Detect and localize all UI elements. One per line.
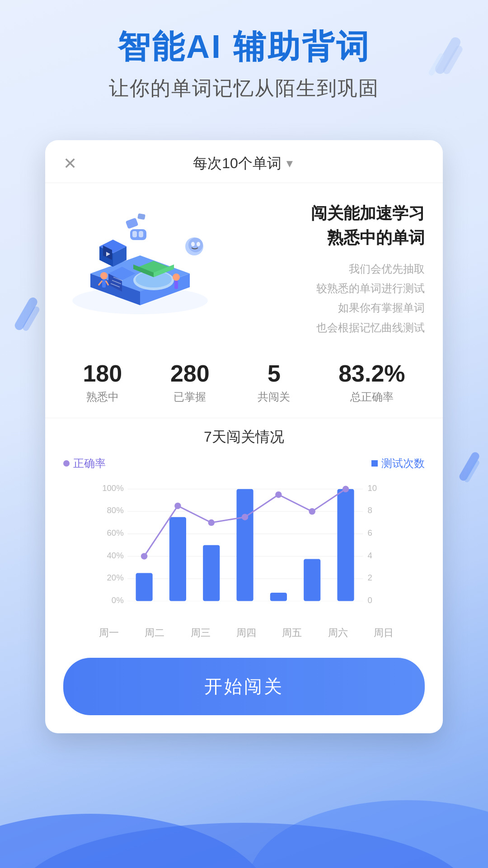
svg-rect-68 — [304, 559, 320, 601]
svg-point-37 — [188, 238, 203, 252]
x-label-sat: 周六 — [315, 626, 361, 640]
svg-point-72 — [208, 519, 215, 526]
svg-rect-31 — [102, 279, 106, 288]
x-label-fri: 周五 — [269, 626, 315, 640]
stat-accuracy-value: 83.2% — [338, 360, 405, 387]
svg-rect-63 — [136, 573, 153, 601]
svg-rect-69 — [337, 489, 354, 601]
card-selector-label[interactable]: 每次10个单词 — [193, 154, 282, 174]
svg-point-30 — [100, 272, 108, 279]
stat-accuracy-label: 总正确率 — [338, 390, 405, 404]
hero-text: 闯关能加速学习 熟悉中的单词 我们会优先抽取 较熟悉的单词进行测试 如果你有掌握… — [217, 197, 425, 337]
start-button[interactable]: 开始闯关 — [63, 658, 425, 715]
chart-legend: 正确率 测试次数 — [59, 456, 429, 471]
chart-title: 7天闯关情况 — [59, 427, 429, 447]
svg-point-75 — [309, 508, 315, 514]
svg-rect-41 — [132, 231, 137, 237]
stat-familiar-label: 熟悉中 — [83, 390, 122, 404]
svg-rect-44 — [137, 213, 145, 220]
svg-rect-67 — [270, 593, 287, 601]
stats-row: 180 熟悉中 280 已掌握 5 共闯关 83.2% 总正确率 — [45, 351, 443, 418]
svg-point-76 — [343, 486, 349, 492]
svg-text:40%: 40% — [107, 550, 123, 560]
svg-point-74 — [275, 491, 282, 498]
x-label-sun: 周日 — [361, 626, 407, 640]
svg-text:60%: 60% — [107, 528, 123, 538]
main-card: ✕ 每次10个单词 ▼ — [45, 140, 443, 733]
svg-rect-35 — [174, 281, 178, 289]
stat-mastered: 280 已掌握 — [170, 360, 210, 404]
legend-accuracy-dot — [63, 460, 70, 467]
x-label-wed: 周三 — [178, 626, 223, 640]
svg-text:20%: 20% — [107, 573, 123, 582]
sub-title: 让你的单词记忆从陌生到巩固 — [27, 75, 461, 102]
svg-point-38 — [191, 242, 195, 246]
svg-rect-3 — [13, 296, 39, 331]
svg-text:80%: 80% — [107, 505, 123, 515]
svg-rect-4 — [22, 305, 41, 332]
close-button[interactable]: ✕ — [63, 154, 77, 173]
svg-point-34 — [173, 274, 180, 281]
chart-svg: 100% 80% 60% 40% 20% 0% 10 8 6 4 2 0 — [59, 478, 429, 623]
x-label-tue: 周二 — [131, 626, 177, 640]
svg-rect-65 — [203, 545, 220, 601]
x-label-mon: 周一 — [86, 626, 131, 640]
hero-illustration — [63, 197, 217, 325]
stat-mastered-value: 280 — [170, 360, 210, 387]
stat-accuracy: 83.2% 总正确率 — [338, 360, 405, 404]
svg-rect-42 — [139, 231, 143, 237]
svg-text:0%: 0% — [112, 595, 124, 604]
chart-area: 100% 80% 60% 40% 20% 0% 10 8 6 4 2 0 — [59, 478, 429, 623]
legend-tests: 测试次数 — [371, 456, 425, 471]
svg-text:0: 0 — [368, 595, 372, 604]
svg-text:4: 4 — [368, 550, 372, 560]
hero-section: 闯关能加速学习 熟悉中的单词 我们会优先抽取 较熟悉的单词进行测试 如果你有掌握… — [45, 183, 443, 351]
hero-title: 闯关能加速学习 熟悉中的单词 — [226, 201, 425, 250]
svg-text:10: 10 — [368, 483, 377, 493]
main-title: 智能AI 辅助背词 — [27, 27, 461, 66]
stat-levels-value: 5 — [258, 360, 290, 387]
svg-rect-5 — [458, 452, 481, 482]
svg-rect-66 — [236, 489, 253, 601]
chart-x-labels: 周一 周二 周三 周四 周五 周六 周日 — [59, 623, 429, 640]
chart-section: 7天闯关情况 正确率 测试次数 100% 80% 60% 40% 20% 0% — [45, 418, 443, 649]
svg-point-73 — [242, 514, 248, 520]
header-section: 智能AI 辅助背词 让你的单词记忆从陌生到巩固 — [0, 27, 488, 102]
svg-text:8: 8 — [368, 505, 372, 515]
legend-tests-square — [371, 460, 378, 467]
svg-rect-64 — [169, 517, 186, 601]
stat-familiar: 180 熟悉中 — [83, 360, 122, 404]
svg-point-71 — [174, 502, 181, 509]
svg-text:6: 6 — [368, 528, 372, 538]
svg-point-39 — [197, 242, 200, 246]
legend-accuracy: 正确率 — [63, 456, 106, 471]
svg-point-70 — [141, 553, 147, 559]
x-label-thu: 周四 — [223, 626, 269, 640]
stat-familiar-value: 180 — [83, 360, 122, 387]
stat-levels-label: 共闯关 — [258, 390, 290, 404]
svg-rect-43 — [126, 217, 139, 229]
selector-arrow-icon: ▼ — [284, 157, 295, 170]
svg-text:100%: 100% — [102, 483, 124, 493]
svg-rect-6 — [463, 459, 480, 483]
card-header: ✕ 每次10个单词 ▼ — [45, 140, 443, 183]
stat-levels: 5 共闯关 — [258, 360, 290, 404]
cta-section: 开始闯关 — [45, 649, 443, 715]
stat-mastered-label: 已掌握 — [170, 390, 210, 404]
svg-text:2: 2 — [368, 573, 372, 582]
hero-description: 我们会优先抽取 较熟悉的单词进行测试 如果你有掌握单词 也会根据记忆曲线测试 — [226, 259, 425, 337]
